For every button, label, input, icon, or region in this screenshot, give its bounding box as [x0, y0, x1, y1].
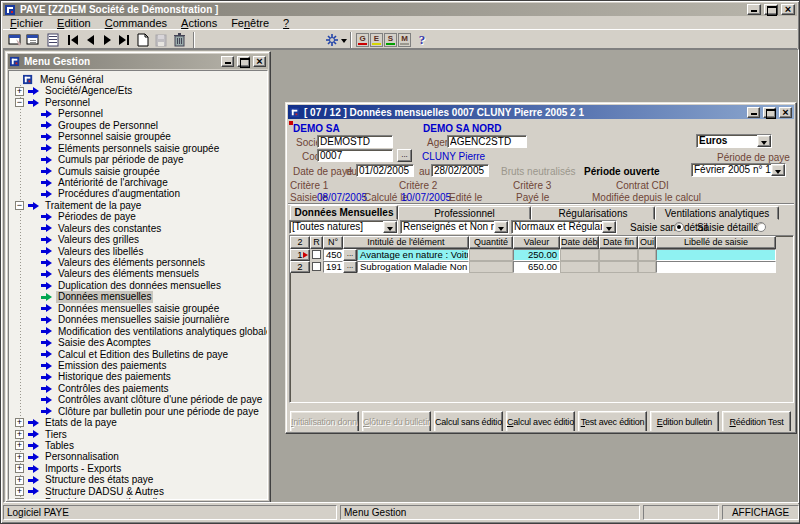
- open-form-icon[interactable]: [7, 32, 23, 48]
- plus-expander-icon[interactable]: +: [15, 476, 24, 485]
- tree-root[interactable]: Menu Général: [9, 74, 267, 85]
- tree-item[interactable]: Duplication des données mensuelles: [9, 280, 267, 291]
- tree-item[interactable]: Données mensuelles saisie journalière: [9, 314, 267, 325]
- filter-dropdown-icon[interactable]: [383, 221, 397, 233]
- renseignes-filter-select[interactable]: Renseignés et Non renseignés: [400, 220, 509, 234]
- list-view-icon[interactable]: [45, 32, 61, 48]
- tree-item[interactable]: −Personnel: [9, 97, 267, 108]
- column-header[interactable]: 2: [290, 236, 310, 249]
- column-header[interactable]: Date fin: [599, 236, 638, 249]
- filter-dropdown-icon[interactable]: [602, 221, 616, 233]
- réédition-test-button[interactable]: Réédition Test: [722, 411, 791, 431]
- row-number-cell[interactable]: 2: [290, 261, 310, 273]
- tree-item[interactable]: Personnel: [9, 108, 267, 119]
- nature-filter-select[interactable]: [Toutes natures]: [289, 220, 398, 234]
- tree-item[interactable]: Cumuls par période de paye: [9, 154, 267, 165]
- saisie-detaillee-radio[interactable]: [756, 222, 766, 232]
- tree-item[interactable]: +Structure des états paye: [9, 474, 267, 485]
- date-to-input[interactable]: [431, 164, 489, 177]
- help-icon[interactable]: ?: [414, 32, 430, 48]
- valeur-cell[interactable]: 250.00: [513, 249, 560, 261]
- tree-item[interactable]: Valeurs des grilles: [9, 234, 267, 245]
- tree-item[interactable]: Emission des paiements: [9, 360, 267, 371]
- normaux-filter-select[interactable]: Normaux et Régularisations: [511, 220, 617, 234]
- saisie-sans-detail-radio[interactable]: [674, 222, 684, 232]
- tab-ventilations-analytiques[interactable]: Ventilations analytiques: [655, 206, 779, 220]
- tree-item[interactable]: +Société/Agence/Ets: [9, 85, 267, 96]
- row-checkbox[interactable]: [312, 262, 321, 271]
- column-header[interactable]: Date début: [560, 236, 599, 249]
- menu-fichier[interactable]: Fichier: [3, 17, 50, 29]
- letter-s-icon[interactable]: S: [384, 33, 397, 47]
- last-record-icon[interactable]: [116, 32, 132, 48]
- element-lookup-button[interactable]: ...: [343, 249, 357, 261]
- plus-expander-icon[interactable]: +: [15, 464, 24, 473]
- test-avec-édition-button[interactable]: Test avec édition: [578, 411, 647, 431]
- plus-expander-icon[interactable]: +: [15, 453, 24, 462]
- agence-input[interactable]: [447, 135, 527, 148]
- libelle-saisie-cell[interactable]: [656, 261, 776, 273]
- tree-item[interactable]: Données mensuelles: [9, 291, 267, 302]
- libelle-saisie-cell[interactable]: [656, 249, 776, 261]
- minimize-button[interactable]: [747, 4, 761, 15]
- periode-paye-select[interactable]: Février 2005 n° 1: [691, 163, 786, 177]
- tree-item[interactable]: Personnel saisie groupée: [9, 131, 267, 142]
- column-header[interactable]: Quantité: [469, 236, 513, 249]
- tree-close-button[interactable]: [253, 56, 266, 67]
- element-lookup-button[interactable]: ...: [343, 261, 357, 273]
- menu-?[interactable]: ?: [276, 17, 296, 29]
- intitule-cell[interactable]: Avantage en nature : Voiture: [357, 249, 469, 261]
- tree-item[interactable]: +Etats de la paye: [9, 417, 267, 428]
- column-header[interactable]: Libellé de saisie: [656, 236, 776, 249]
- tree-item[interactable]: Contrôles avant clôture d'une période de…: [9, 394, 267, 405]
- letter-m-icon[interactable]: M: [398, 33, 411, 47]
- edition-bulletin-button[interactable]: Edition bulletin: [650, 411, 719, 431]
- menu-fentre[interactable]: Fenêtre: [224, 17, 276, 29]
- tab-données-mensuelles[interactable]: Données Mensuelles: [290, 205, 398, 220]
- tree-item[interactable]: −Traitement de la paye: [9, 200, 267, 211]
- tree-item[interactable]: Données mensuelles saisie groupée: [9, 303, 267, 314]
- tree-item[interactable]: +Tables: [9, 440, 267, 451]
- tree-item[interactable]: Antériorité de l'archivage: [9, 177, 267, 188]
- column-header[interactable]: N°: [323, 236, 343, 249]
- first-record-icon[interactable]: [65, 32, 81, 48]
- tree-item[interactable]: Valeurs des éléments personnels: [9, 257, 267, 268]
- plus-expander-icon[interactable]: +: [15, 430, 24, 439]
- date-from-input[interactable]: [356, 164, 414, 177]
- form-minimize-button[interactable]: [747, 107, 760, 118]
- form-close-button[interactable]: [779, 107, 792, 118]
- tree-item[interactable]: Historique des paiements: [9, 371, 267, 382]
- tree-item[interactable]: Contrôles des paiements: [9, 383, 267, 394]
- edit-form-icon[interactable]: [25, 32, 41, 48]
- tree-maximize-button[interactable]: [237, 56, 250, 67]
- code-lookup-button[interactable]: ...: [397, 149, 412, 162]
- currency-dropdown-icon[interactable]: [757, 135, 771, 147]
- filter-dropdown-icon[interactable]: [494, 221, 508, 233]
- menu-edition[interactable]: Edition: [50, 17, 98, 29]
- minus-expander-icon[interactable]: −: [15, 98, 24, 107]
- maximize-button[interactable]: [764, 4, 778, 15]
- tab-régularisations[interactable]: Régularisations: [531, 206, 655, 220]
- tree-item[interactable]: Clôture par bulletin pour une période de…: [9, 406, 267, 417]
- tree-item[interactable]: Eléments personnels saisie groupée: [9, 143, 267, 154]
- tree-item[interactable]: Périodes de paye: [9, 211, 267, 222]
- save-record-icon[interactable]: [153, 32, 169, 48]
- plus-expander-icon[interactable]: +: [15, 487, 24, 496]
- tree-item[interactable]: Cumuls saisie groupée: [9, 166, 267, 177]
- menu-commandes[interactable]: Commandes: [98, 17, 174, 29]
- next-record-icon[interactable]: [99, 32, 115, 48]
- plus-expander-icon[interactable]: +: [15, 418, 24, 427]
- tree-item[interactable]: +Personnalisation: [9, 451, 267, 462]
- column-header[interactable]: R: [310, 236, 323, 249]
- element-code-cell[interactable]: 191: [323, 261, 343, 273]
- plus-expander-icon[interactable]: +: [15, 87, 24, 96]
- societe-input[interactable]: [317, 135, 393, 148]
- letter-g-icon[interactable]: G: [356, 33, 369, 47]
- tree-item[interactable]: +Procédures exceptionnelles: [9, 497, 267, 500]
- calcul-sans-édition-button[interactable]: Calcul sans édition: [434, 411, 503, 431]
- plus-expander-icon[interactable]: +: [15, 498, 24, 500]
- valeur-cell[interactable]: 650.00: [513, 261, 560, 273]
- tree-item[interactable]: +Structure DADSU & Autres: [9, 486, 267, 497]
- plus-expander-icon[interactable]: +: [15, 441, 24, 450]
- close-button[interactable]: [781, 4, 795, 15]
